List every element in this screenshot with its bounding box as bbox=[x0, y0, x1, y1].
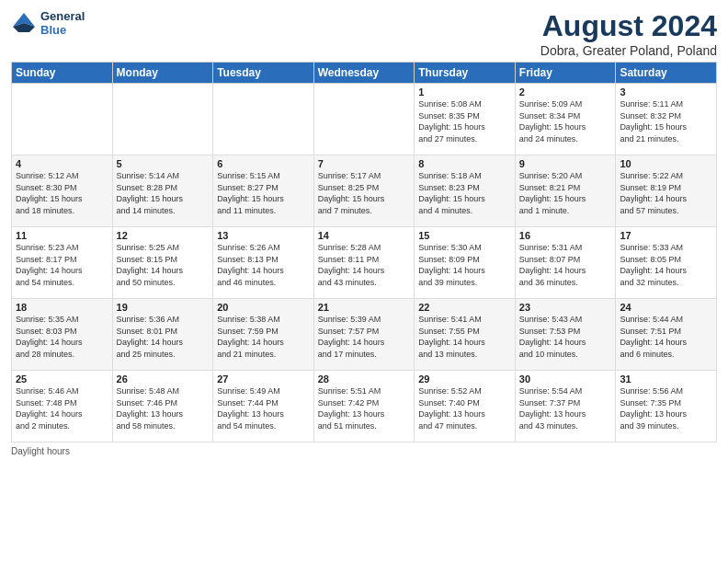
calendar-cell: 17Sunrise: 5:33 AM Sunset: 8:05 PM Dayli… bbox=[616, 227, 717, 299]
calendar-week-2: 4Sunrise: 5:12 AM Sunset: 8:30 PM Daylig… bbox=[12, 155, 717, 227]
calendar-cell: 20Sunrise: 5:38 AM Sunset: 7:59 PM Dayli… bbox=[213, 299, 314, 371]
day-number: 21 bbox=[318, 302, 411, 313]
title-block: August 2024 Dobra, Greater Poland, Polan… bbox=[540, 9, 717, 58]
calendar-cell: 31Sunrise: 5:56 AM Sunset: 7:35 PM Dayli… bbox=[616, 371, 717, 442]
day-number: 24 bbox=[620, 302, 712, 313]
calendar-week-1: 1Sunrise: 5:08 AM Sunset: 8:35 PM Daylig… bbox=[12, 84, 717, 155]
day-number: 5 bbox=[117, 158, 210, 169]
day-number: 2 bbox=[519, 86, 612, 98]
footer-text: Daylight hours bbox=[11, 446, 70, 456]
calendar-cell: 30Sunrise: 5:54 AM Sunset: 7:37 PM Dayli… bbox=[515, 371, 616, 442]
calendar-cell: 29Sunrise: 5:52 AM Sunset: 7:40 PM Dayli… bbox=[415, 371, 516, 442]
calendar-cell: 14Sunrise: 5:28 AM Sunset: 8:11 PM Dayli… bbox=[313, 227, 415, 299]
day-info: Sunrise: 5:11 AM Sunset: 8:32 PM Dayligh… bbox=[620, 98, 712, 144]
calendar-cell: 15Sunrise: 5:30 AM Sunset: 8:09 PM Dayli… bbox=[415, 227, 516, 299]
day-number: 4 bbox=[16, 158, 108, 169]
logo: General Blue bbox=[11, 9, 85, 37]
month-title: August 2024 bbox=[540, 9, 717, 43]
day-info: Sunrise: 5:30 AM Sunset: 8:09 PM Dayligh… bbox=[418, 242, 511, 288]
day-number: 6 bbox=[217, 158, 310, 169]
calendar-cell: 27Sunrise: 5:49 AM Sunset: 7:44 PM Dayli… bbox=[213, 371, 314, 442]
day-info: Sunrise: 5:17 AM Sunset: 8:25 PM Dayligh… bbox=[318, 170, 411, 216]
calendar-cell: 28Sunrise: 5:51 AM Sunset: 7:42 PM Dayli… bbox=[313, 371, 415, 442]
day-number: 1 bbox=[418, 86, 511, 98]
page-container: General Blue August 2024 Dobra, Greater … bbox=[0, 0, 728, 464]
calendar-header-monday: Monday bbox=[112, 63, 213, 84]
calendar-cell: 4Sunrise: 5:12 AM Sunset: 8:30 PM Daylig… bbox=[12, 155, 113, 227]
day-number: 19 bbox=[117, 302, 210, 313]
calendar-cell: 3Sunrise: 5:11 AM Sunset: 8:32 PM Daylig… bbox=[616, 84, 717, 155]
day-info: Sunrise: 5:15 AM Sunset: 8:27 PM Dayligh… bbox=[217, 170, 310, 216]
calendar-cell: 10Sunrise: 5:22 AM Sunset: 8:19 PM Dayli… bbox=[616, 155, 717, 227]
calendar-cell: 2Sunrise: 5:09 AM Sunset: 8:34 PM Daylig… bbox=[515, 84, 616, 155]
day-number: 7 bbox=[318, 158, 411, 169]
day-info: Sunrise: 5:43 AM Sunset: 7:53 PM Dayligh… bbox=[519, 314, 612, 360]
day-info: Sunrise: 5:54 AM Sunset: 7:37 PM Dayligh… bbox=[519, 385, 612, 431]
day-number: 10 bbox=[620, 158, 712, 169]
day-info: Sunrise: 5:35 AM Sunset: 8:03 PM Dayligh… bbox=[16, 314, 108, 360]
day-number: 31 bbox=[620, 373, 712, 385]
day-info: Sunrise: 5:39 AM Sunset: 7:57 PM Dayligh… bbox=[318, 314, 411, 360]
day-number: 14 bbox=[318, 230, 411, 241]
calendar-header-thursday: Thursday bbox=[415, 63, 516, 84]
calendar-cell: 1Sunrise: 5:08 AM Sunset: 8:35 PM Daylig… bbox=[415, 84, 516, 155]
day-number: 12 bbox=[117, 230, 210, 241]
calendar-cell: 25Sunrise: 5:46 AM Sunset: 7:48 PM Dayli… bbox=[12, 371, 113, 442]
day-number: 25 bbox=[16, 373, 108, 385]
day-info: Sunrise: 5:22 AM Sunset: 8:19 PM Dayligh… bbox=[620, 170, 712, 216]
day-number: 28 bbox=[318, 373, 411, 385]
day-number: 29 bbox=[418, 373, 511, 385]
footer: Daylight hours bbox=[11, 446, 717, 456]
day-info: Sunrise: 5:41 AM Sunset: 7:55 PM Dayligh… bbox=[418, 314, 511, 360]
day-info: Sunrise: 5:25 AM Sunset: 8:15 PM Dayligh… bbox=[117, 242, 210, 288]
day-info: Sunrise: 5:46 AM Sunset: 7:48 PM Dayligh… bbox=[16, 385, 108, 431]
calendar-table: SundayMondayTuesdayWednesdayThursdayFrid… bbox=[11, 62, 717, 442]
day-info: Sunrise: 5:31 AM Sunset: 8:07 PM Dayligh… bbox=[519, 242, 612, 288]
calendar-cell bbox=[112, 84, 213, 155]
day-info: Sunrise: 5:26 AM Sunset: 8:13 PM Dayligh… bbox=[217, 242, 310, 288]
day-number: 3 bbox=[620, 86, 712, 98]
calendar-header-tuesday: Tuesday bbox=[213, 63, 314, 84]
calendar-header-wednesday: Wednesday bbox=[313, 63, 415, 84]
day-number: 23 bbox=[519, 302, 612, 313]
day-info: Sunrise: 5:12 AM Sunset: 8:30 PM Dayligh… bbox=[16, 170, 108, 216]
calendar-week-4: 18Sunrise: 5:35 AM Sunset: 8:03 PM Dayli… bbox=[12, 299, 717, 371]
logo-icon bbox=[11, 10, 37, 36]
calendar-cell: 11Sunrise: 5:23 AM Sunset: 8:17 PM Dayli… bbox=[12, 227, 113, 299]
day-info: Sunrise: 5:33 AM Sunset: 8:05 PM Dayligh… bbox=[620, 242, 712, 288]
day-number: 27 bbox=[217, 373, 310, 385]
day-info: Sunrise: 5:38 AM Sunset: 7:59 PM Dayligh… bbox=[217, 314, 310, 360]
location-title: Dobra, Greater Poland, Poland bbox=[540, 43, 717, 58]
calendar-cell: 7Sunrise: 5:17 AM Sunset: 8:25 PM Daylig… bbox=[313, 155, 415, 227]
day-number: 13 bbox=[217, 230, 310, 241]
day-info: Sunrise: 5:51 AM Sunset: 7:42 PM Dayligh… bbox=[318, 385, 411, 431]
day-info: Sunrise: 5:28 AM Sunset: 8:11 PM Dayligh… bbox=[318, 242, 411, 288]
calendar-header-saturday: Saturday bbox=[616, 63, 717, 84]
calendar-cell: 24Sunrise: 5:44 AM Sunset: 7:51 PM Dayli… bbox=[616, 299, 717, 371]
calendar-cell: 18Sunrise: 5:35 AM Sunset: 8:03 PM Dayli… bbox=[12, 299, 113, 371]
calendar-cell: 22Sunrise: 5:41 AM Sunset: 7:55 PM Dayli… bbox=[415, 299, 516, 371]
day-info: Sunrise: 5:48 AM Sunset: 7:46 PM Dayligh… bbox=[117, 385, 210, 431]
day-info: Sunrise: 5:56 AM Sunset: 7:35 PM Dayligh… bbox=[620, 385, 712, 431]
day-info: Sunrise: 5:20 AM Sunset: 8:21 PM Dayligh… bbox=[519, 170, 612, 216]
day-number: 15 bbox=[418, 230, 511, 241]
calendar-cell: 19Sunrise: 5:36 AM Sunset: 8:01 PM Dayli… bbox=[112, 299, 213, 371]
day-number: 26 bbox=[117, 373, 210, 385]
day-info: Sunrise: 5:09 AM Sunset: 8:34 PM Dayligh… bbox=[519, 98, 612, 144]
calendar-cell: 8Sunrise: 5:18 AM Sunset: 8:23 PM Daylig… bbox=[415, 155, 516, 227]
calendar-cell: 26Sunrise: 5:48 AM Sunset: 7:46 PM Dayli… bbox=[112, 371, 213, 442]
day-info: Sunrise: 5:49 AM Sunset: 7:44 PM Dayligh… bbox=[217, 385, 310, 431]
day-number: 22 bbox=[418, 302, 511, 313]
day-info: Sunrise: 5:14 AM Sunset: 8:28 PM Dayligh… bbox=[117, 170, 210, 216]
calendar-cell: 21Sunrise: 5:39 AM Sunset: 7:57 PM Dayli… bbox=[313, 299, 415, 371]
calendar-cell: 5Sunrise: 5:14 AM Sunset: 8:28 PM Daylig… bbox=[112, 155, 213, 227]
day-number: 16 bbox=[519, 230, 612, 241]
calendar-cell: 16Sunrise: 5:31 AM Sunset: 8:07 PM Dayli… bbox=[515, 227, 616, 299]
calendar-cell bbox=[313, 84, 415, 155]
day-number: 9 bbox=[519, 158, 612, 169]
header: General Blue August 2024 Dobra, Greater … bbox=[11, 9, 717, 58]
day-info: Sunrise: 5:36 AM Sunset: 8:01 PM Dayligh… bbox=[117, 314, 210, 360]
calendar-week-3: 11Sunrise: 5:23 AM Sunset: 8:17 PM Dayli… bbox=[12, 227, 717, 299]
calendar-cell: 6Sunrise: 5:15 AM Sunset: 8:27 PM Daylig… bbox=[213, 155, 314, 227]
day-number: 8 bbox=[418, 158, 511, 169]
